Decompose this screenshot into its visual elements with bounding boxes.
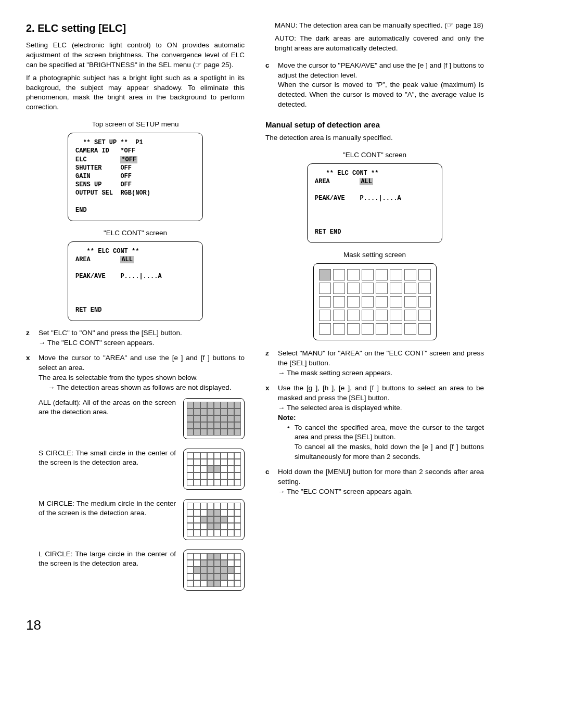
step-x-line3: The detection areas shown as follows are… xyxy=(48,383,245,393)
note2: To cancel all the masks, hold down the [… xyxy=(295,443,484,461)
manual-step-c: c Hold down the [MENU] button for more t… xyxy=(265,467,484,497)
manual-intro: The detection area is manually specified… xyxy=(265,133,484,143)
caption-elc-cont-2: "ELC CONT" screen xyxy=(265,150,484,160)
caption-mask: Mask setting screen xyxy=(265,250,484,260)
area-all-text: ALL (default): All of the areas on the s… xyxy=(39,398,176,418)
note1: To cancel the specified area, move the c… xyxy=(295,424,484,441)
step-z-mark: z xyxy=(26,328,39,348)
step-x: x Move the cursor to "AREA" and use the … xyxy=(26,353,245,393)
left-column: 2. ELC setting [ELC] Setting ELC (electr… xyxy=(26,21,245,600)
step-c-right: c Move the cursor to "PEAK/AVE" and use … xyxy=(265,61,484,110)
step-c-right-line1: Move the cursor to "PEAK/AVE" and use th… xyxy=(278,61,484,79)
caption-elc-cont-1: "ELC CONT" screen xyxy=(26,228,245,238)
manual-step-z-line2: The mask setting screen appears. xyxy=(278,369,392,377)
auto-desc: AUTO: The dark areas are automatically c… xyxy=(275,34,484,54)
mask-grid xyxy=(313,263,437,340)
manual-title: Manual setup of detection area xyxy=(265,119,484,130)
step-x-line2: The area is selectable from the types sh… xyxy=(39,374,198,381)
step-z-line2: The "ELC CONT" screen appears. xyxy=(39,339,154,347)
intro-para-2: If a photographic subject has a bright l… xyxy=(26,73,245,113)
manu-desc: MANU: The detection area can be manually… xyxy=(275,21,484,31)
section-title: 2. ELC setting [ELC] xyxy=(26,21,245,35)
manual-step-c-line1: Hold down the [MENU] button for more tha… xyxy=(278,468,484,486)
step-x-mark: x xyxy=(26,353,39,393)
area-s-text: S CIRCLE: The small circle in the center… xyxy=(39,449,176,468)
setup-screen: ** SET UP ** P1 CAMERA ID *OFF ELC *OFF … xyxy=(68,133,203,221)
page-number: 18 xyxy=(26,616,484,634)
right-column: MANU: The detection area can be manually… xyxy=(265,21,484,600)
step-x-line1: Move the cursor to "AREA" and use the [e… xyxy=(39,354,245,372)
area-l-grid xyxy=(183,550,245,591)
area-m-grid xyxy=(183,499,245,540)
elc-cont-screen-2: ** ELC CONT ** AREA ALL PEAK/AVE P....|.… xyxy=(307,163,442,244)
manual-step-c-mark: c xyxy=(265,467,278,497)
manual-step-c-line2: The "ELC CONT" screen appears again. xyxy=(278,488,413,495)
elc-cont-screen-1: ** ELC CONT ** AREA ALL PEAK/AVE P....|.… xyxy=(68,241,203,322)
step-z-line1: Set "ELC" to "ON" and press the [SEL] bu… xyxy=(39,329,182,337)
note-label: Note: xyxy=(278,414,296,422)
area-s-grid xyxy=(183,449,245,490)
area-m-text: M CIRCLE: The medium circle in the cente… xyxy=(39,499,176,519)
manual-step-z-mark: z xyxy=(265,349,278,378)
step-z: z Set "ELC" to "ON" and press the [SEL] … xyxy=(26,328,245,348)
manual-step-z-line1: Select "MANU" for "AREA" on the "ELC CON… xyxy=(278,349,484,367)
caption-setup-top: Top screen of SETUP menu xyxy=(26,120,245,130)
area-l-text: L CIRCLE: The large circle in the center… xyxy=(39,550,176,569)
manual-step-z: z Select "MANU" for "AREA" on the "ELC C… xyxy=(265,349,484,378)
manual-step-x-mark: x xyxy=(265,384,278,462)
intro-para-1: Setting ELC (electronic light control) t… xyxy=(26,41,245,70)
step-c-right-mark: c xyxy=(265,61,278,110)
manual-step-x: x Use the [g ], [h ], [e ], and [f ] but… xyxy=(265,384,484,462)
step-c-right-line2: When the cursor is moved to "P", the pea… xyxy=(278,81,484,108)
manual-step-x-line2: The selected area is displayed white. xyxy=(278,404,402,412)
manual-step-x-line1: Use the [g ], [h ], [e ], and [f ] butto… xyxy=(278,384,484,402)
area-all-grid xyxy=(183,398,245,439)
